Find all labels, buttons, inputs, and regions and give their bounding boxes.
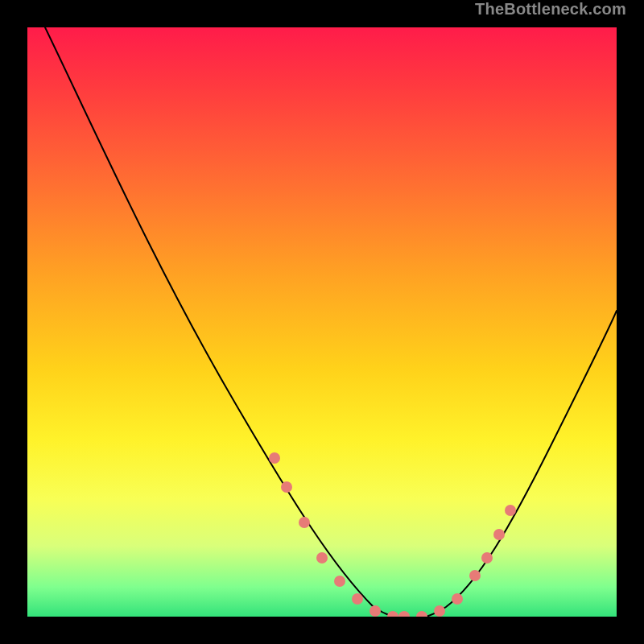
marker-dot <box>369 605 381 617</box>
marker-dot <box>481 552 493 564</box>
chart-frame <box>16 16 628 628</box>
plot-area <box>27 27 617 617</box>
chart-svg <box>27 27 617 617</box>
marker-group <box>269 452 516 617</box>
marker-dot <box>452 593 463 605</box>
marker-dot <box>269 452 280 464</box>
marker-dot <box>469 570 481 581</box>
marker-dot <box>398 611 410 617</box>
marker-dot <box>387 611 398 617</box>
marker-dot <box>299 517 310 528</box>
marker-dot <box>316 552 328 564</box>
marker-dot <box>281 481 292 493</box>
bottleneck-curve <box>45 27 617 617</box>
marker-dot <box>416 611 427 617</box>
marker-dot <box>434 605 445 617</box>
marker-dot <box>334 576 345 587</box>
marker-dot <box>505 505 516 516</box>
marker-dot <box>352 593 363 605</box>
marker-dot <box>493 529 505 540</box>
watermark-text: TheBottleneck.com <box>475 0 626 19</box>
